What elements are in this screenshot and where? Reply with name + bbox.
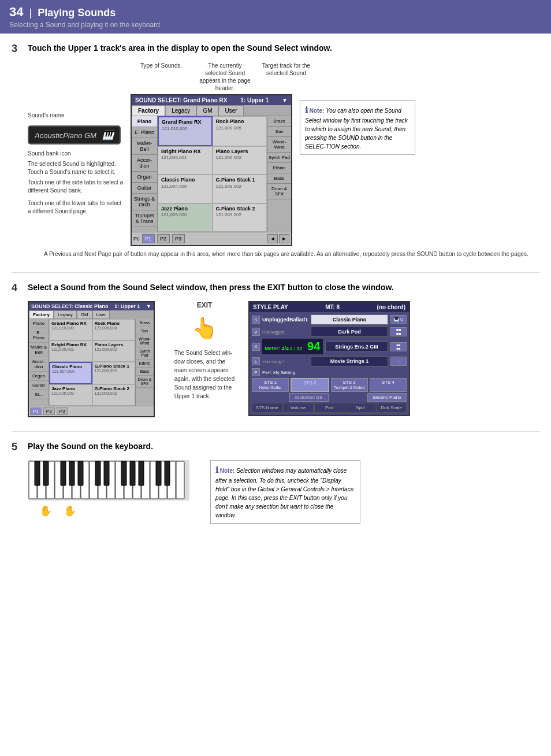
sss-right-brass[interactable]: Brass (136, 319, 154, 327)
sp-sts1[interactable]: STS 1Nylon Guitar (252, 378, 289, 392)
ss-side-accordion[interactable]: Accor-dion (132, 155, 157, 172)
sss-cell-0[interactable]: Grand Piano RX 121,019,000 (49, 319, 92, 340)
ss-right-bass[interactable]: Bass (267, 173, 291, 184)
ss-right-drum[interactable]: Drum & SFX (267, 184, 291, 199)
note-icon: ℹ (305, 105, 308, 114)
sp-row-1: S UnpluggedBallad1 Classic Piano 🎹 U (252, 314, 407, 325)
sss-side-mallet[interactable]: Mallet & Bell (29, 343, 49, 357)
sp-sound-dark-pod[interactable]: Dark Pod (311, 327, 388, 337)
sss-right-drum[interactable]: Drum & SFX (136, 376, 154, 388)
sss-pg-p2[interactable]: P2 (43, 407, 55, 415)
sss-cell-1[interactable]: Rock Piano 121,006,000 (92, 319, 136, 340)
sp-sound-strings[interactable]: Strings Ens.2 GM (325, 342, 388, 352)
ss-side-epiano[interactable]: E. Piano (132, 127, 157, 138)
ss-tab-factory[interactable]: Factory (132, 105, 165, 116)
sss-right-sax[interactable]: Sax (136, 327, 154, 335)
sp-track-s[interactable]: S (252, 316, 260, 324)
ss-side-piano[interactable]: Piano (132, 116, 157, 127)
ss-nav-prev[interactable]: ◄ (267, 234, 278, 243)
sss-side-epiano[interactable]: E. Piano (29, 328, 49, 343)
piano-icon: 🎹 (102, 130, 114, 140)
sp-tab-pad[interactable]: Pad (314, 403, 345, 413)
sss-cell-2[interactable]: Bright Piano RX 121,005,001 (49, 340, 92, 362)
sss-tab-factory[interactable]: Factory (29, 310, 54, 319)
sp-tab-split[interactable]: Split (345, 403, 375, 413)
ss-right-wood[interactable]: Wood-Wind (267, 137, 291, 153)
ss-sound-4[interactable]: Classic Piano 121,004,000 (158, 175, 213, 203)
ss-side-strings[interactable]: Strings & Orch (132, 194, 157, 210)
step5-keyboard-area: ✋ ✋ (28, 460, 201, 517)
step-5-number: 5 (12, 441, 23, 453)
sp-track-x[interactable]: X (252, 343, 260, 351)
sss-pg-p3[interactable]: P3 (57, 407, 68, 415)
sss-right-bass[interactable]: Bass (136, 368, 154, 376)
ss-sound-0[interactable]: Grand Piano RX 121,010,000 (158, 116, 213, 146)
step-3-title: Touch the Upper 1 track's area in the di… (28, 43, 332, 54)
sp-tab-sts-name[interactable]: STS Name (252, 403, 282, 413)
main-content: 3 Touch the Upper 1 track's area in the … (0, 34, 551, 547)
sss-cell-6[interactable]: Jazz Piano 121,005,000 (49, 384, 92, 406)
ss-sound-5[interactable]: G.Piano Stack 1 121,003,002 (213, 175, 267, 203)
svg-rect-28 (139, 461, 144, 486)
ss-right-brass[interactable]: Brass (267, 116, 291, 127)
sss-tab-user[interactable]: User (92, 310, 110, 319)
ss-page-p1[interactable]: P1 (142, 234, 155, 243)
touch-lower-tabs-label: Touch one of the lower tabs to select a … (28, 199, 126, 216)
ss-right-synth[interactable]: Synth Pad (267, 153, 291, 163)
sss-side-guitar[interactable]: Guitar (29, 381, 49, 390)
ss-tab-user[interactable]: User (218, 105, 243, 116)
sss-side-organ[interactable]: Organ (29, 372, 49, 381)
ss-sound-6[interactable]: Jazz Piano 121,005,000 (158, 203, 213, 232)
sp-sts4[interactable]: STS 4 (370, 378, 407, 392)
ss-page-p3[interactable]: P3 (172, 234, 185, 243)
sss-pg-p1[interactable]: P1 (30, 407, 42, 415)
ss-page-p2[interactable]: P2 (157, 234, 170, 243)
sp-sound-classic-piano[interactable]: Classic Piano (311, 314, 388, 325)
sp-track-l[interactable]: L (252, 357, 260, 365)
ss-side-organ[interactable]: Organ (132, 172, 157, 183)
ss-sound-1[interactable]: Rock Piano 121,009,005 (213, 116, 267, 146)
sp-titlebar: STYLE PLAY MT: 8 (no chord) (250, 302, 409, 312)
sss-tab-gm[interactable]: GM (77, 310, 92, 319)
svg-rect-27 (130, 461, 135, 486)
ss-tab-row: Factory Legacy GM User (132, 105, 291, 116)
ss-sound-7[interactable]: G.Piano Stack 2 121,003,002 (213, 203, 267, 232)
ss-side-trumpet[interactable]: Trumpet & Trans (132, 210, 157, 227)
sp-track-p[interactable]: P (252, 368, 260, 376)
ss-sound-3[interactable]: Piano Layers 121,000,002 (213, 146, 267, 175)
sp-icon-l1: ♪ (390, 357, 407, 366)
sss-cell-5[interactable]: G.Piano Stack 1 121,006,002 (92, 362, 136, 384)
sss-tab-legacy[interactable]: Legacy (54, 310, 77, 319)
touch-side-tabs-label: Touch one of the side tabs to select a d… (28, 179, 126, 195)
sss-cell-4[interactable]: Classic Piano 121,004,000 (49, 362, 92, 384)
ss-sound-2[interactable]: Bright Piano RX 121,005,001 (158, 146, 213, 175)
ss-right-sax[interactable]: Sax (267, 127, 291, 137)
ss-nav-next[interactable]: ► (279, 234, 289, 243)
sp-tab-dub-scale[interactable]: Dub Scale (376, 403, 407, 413)
svg-rect-18 (176, 461, 184, 499)
sss-side-accordion[interactable]: Accor-dion (29, 357, 49, 372)
sss-side-piano[interactable]: Piano (29, 319, 49, 328)
sp-row-perf: P Perf: My Setting (252, 368, 407, 376)
sp-track-v[interactable]: V (252, 328, 260, 336)
ss-side-mallet[interactable]: Mallet-Bell (132, 138, 157, 155)
sss-right-ethnic[interactable]: Ethnic (136, 360, 154, 368)
page-subtitle: Selecting a Sound and playing it on the … (9, 21, 542, 29)
ss-tab-gm[interactable]: GM (196, 105, 218, 116)
sp-meter-display: Meter: 4/4 L: 12 94 (262, 339, 323, 354)
sss-right-wood[interactable]: Wood-Wind (136, 335, 154, 347)
sp-sts2[interactable]: STS 2 (291, 378, 329, 392)
sp-sts3[interactable]: STS 3Trumpet & Muted (331, 378, 368, 392)
ss-right-ethnic[interactable]: Ethnic (267, 163, 291, 173)
sss-cell-3[interactable]: Piano Layers 121,006,002 (92, 340, 136, 362)
sp-no-song: <no song> (262, 359, 308, 364)
sp-tab-volume[interactable]: Volume (283, 403, 314, 413)
ss-tab-legacy[interactable]: Legacy (165, 105, 196, 116)
sss-side-strings[interactable]: St... (29, 390, 49, 399)
sss-cell-7[interactable]: G.Piano Stack 2 121,003,002 (92, 384, 136, 406)
sp-sound-movie-strings[interactable]: Movie Strings 1 (311, 356, 388, 366)
step-5-title: Play the Sound on the keyboard. (28, 441, 153, 453)
sss-right-synth[interactable]: Synth Pad (136, 347, 154, 360)
sp-style-name: UnpluggedBallad1 (262, 317, 308, 323)
ss-side-guitar[interactable]: Guitar (132, 183, 157, 194)
